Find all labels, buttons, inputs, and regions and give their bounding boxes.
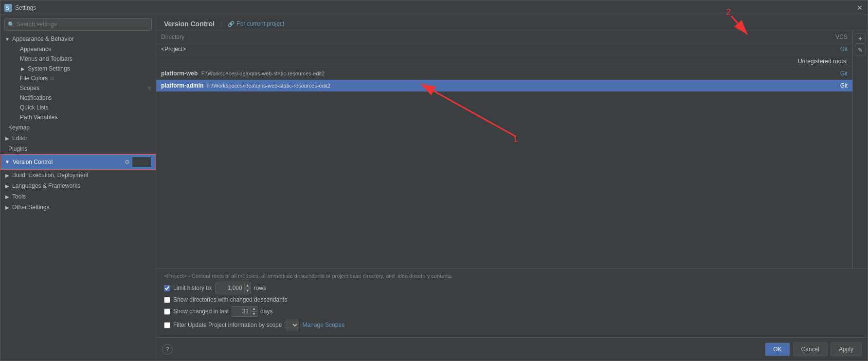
platform-web-directory-cell: platform-web F:\Workspaces\idea\qms-web-… xyxy=(156,68,777,80)
limit-history-row: Limit history to: 1,000 ▲ ▼ rows xyxy=(164,283,860,293)
gear-icon[interactable]: ⚙ xyxy=(125,159,130,165)
arrow-right-icon: ▶ xyxy=(20,66,26,72)
manage-scopes-link[interactable]: Manage Scopes xyxy=(302,322,344,328)
table-row-project[interactable]: <Project> Git xyxy=(156,43,852,55)
vcs-table: Directory VCS xyxy=(156,31,852,92)
project-info-text: <Project> - Content roots of all modules… xyxy=(164,273,860,279)
main-content: Version Control | 🔗 For current project xyxy=(156,15,868,361)
content-area: 🔍 ▼ Appearance & Behavior Appearance Men… xyxy=(0,15,868,361)
spinner-up-button[interactable]: ▲ xyxy=(244,283,251,288)
app-icon: S xyxy=(4,4,12,12)
sidebar-appearance-children: Appearance Menus and Toolbars ▶ System S… xyxy=(0,44,156,122)
show-directories-label[interactable]: Show directories with changed descendant… xyxy=(173,296,287,303)
sidebar-group-build[interactable]: ▶ Build, Execution, Deployment xyxy=(0,170,156,180)
scopes-shortcut: ⌘ xyxy=(147,86,152,91)
project-directory-cell: <Project> xyxy=(156,43,777,55)
project-vcs-cell: Git xyxy=(777,43,852,55)
sidebar-item-system-settings[interactable]: ▶ System Settings xyxy=(6,64,156,73)
rows-label: rows xyxy=(254,285,266,291)
search-input[interactable] xyxy=(17,21,148,28)
arrow-right-icon-lang: ▶ xyxy=(4,183,10,189)
sidebar-item-quick-lists[interactable]: Quick Lists xyxy=(6,103,156,112)
link-icon: 🔗 xyxy=(228,21,235,27)
days-spinner: 31 ▲ ▼ xyxy=(232,306,257,317)
column-vcs: VCS xyxy=(777,31,852,43)
spinner-buttons: ▲ ▼ xyxy=(244,283,251,293)
sidebar-item-menus-toolbars[interactable]: Menus and Toolbars xyxy=(6,54,156,64)
ok-button[interactable]: OK xyxy=(765,343,790,356)
limit-history-checkbox[interactable] xyxy=(164,285,170,291)
tab-separator: | xyxy=(220,20,222,27)
arrow-right-icon-editor: ▶ xyxy=(4,135,10,141)
sidebar-item-keymap[interactable]: Keymap xyxy=(0,122,156,133)
arrow-down-icon: ▼ xyxy=(4,36,10,42)
arrow-right-icon-build: ▶ xyxy=(4,172,10,178)
spinner-down-button[interactable]: ▼ xyxy=(244,288,251,293)
history-rows-spinner: 1,000 ▲ ▼ xyxy=(216,283,251,293)
days-spinner-down[interactable]: ▼ xyxy=(251,311,257,317)
sidebar-item-scopes[interactable]: Scopes ⌘ xyxy=(6,83,156,93)
table-row-platform-admin[interactable]: platform-admin F:\Workspaces\idea\qms-we… xyxy=(156,80,852,92)
window-title: Settings xyxy=(15,4,856,11)
show-changed-label[interactable]: Show changed in last xyxy=(173,308,229,315)
footer-left: ? xyxy=(162,344,173,355)
sidebar-item-version-control[interactable]: ▼ Version Control ⚙ xyxy=(0,154,156,170)
cancel-button[interactable]: Cancel xyxy=(793,343,828,356)
sidebar-item-file-colors[interactable]: File Colors ⌘ xyxy=(6,73,156,83)
limit-history-label[interactable]: Limit history to: xyxy=(173,285,213,291)
arrow-right-icon-tools: ▶ xyxy=(4,194,10,199)
days-input[interactable]: 31 xyxy=(232,306,251,317)
title-bar: S Settings ✕ xyxy=(0,0,868,15)
sidebar-group-tools[interactable]: ▶ Tools xyxy=(0,191,156,202)
days-spinner-up[interactable]: ▲ xyxy=(251,306,257,311)
sidebar-group-other-settings[interactable]: ▶ Other Settings xyxy=(0,202,156,213)
days-label: days xyxy=(260,308,272,315)
rename-input-box[interactable] xyxy=(132,157,151,167)
show-changed-row: Show changed in last 31 ▲ ▼ days xyxy=(164,306,860,317)
table-wrap: Directory VCS xyxy=(156,31,852,269)
sidebar-group-appearance-behavior[interactable]: ▼ Appearance & Behavior xyxy=(0,34,156,44)
table-row-unregistered-label: Unregistered roots: xyxy=(156,55,852,68)
filter-update-label[interactable]: Filter Update Project information by sco… xyxy=(173,322,282,328)
footer-right: OK Cancel Apply xyxy=(765,343,862,356)
panel-body: Directory VCS xyxy=(156,31,868,337)
settings-window: S Settings ✕ 🔍 ▼ Appearance & Behavior A… xyxy=(0,0,868,361)
scope-dropdown[interactable] xyxy=(285,320,299,330)
unregistered-roots-label: Unregistered roots: xyxy=(156,55,852,68)
column-directory: Directory xyxy=(156,31,777,43)
for-current-project-link[interactable]: 🔗 For current project xyxy=(228,20,284,27)
panel-title: Version Control xyxy=(164,20,215,28)
show-directories-checkbox[interactable] xyxy=(164,297,170,303)
arrow-down-icon-vc: ▼ xyxy=(5,159,11,165)
apply-button[interactable]: Apply xyxy=(831,343,862,356)
sidebar-item-notifications[interactable]: Notifications xyxy=(6,93,156,103)
svg-text:S: S xyxy=(6,5,9,11)
history-rows-input[interactable]: 1,000 xyxy=(216,283,245,293)
arrow-right-icon-other: ▶ xyxy=(4,204,10,210)
file-colors-shortcut: ⌘ xyxy=(50,76,54,81)
filter-update-row: Filter Update Project information by sco… xyxy=(164,320,860,330)
help-button[interactable]: ? xyxy=(162,344,173,355)
table-area: Directory VCS xyxy=(156,31,868,269)
close-button[interactable]: ✕ xyxy=(856,4,864,12)
sidebar-group-languages[interactable]: ▶ Languages & Frameworks xyxy=(0,180,156,191)
sidebar: 🔍 ▼ Appearance & Behavior Appearance Men… xyxy=(0,15,156,361)
sidebar-item-appearance[interactable]: Appearance xyxy=(6,44,156,54)
panel-header: Version Control | 🔗 For current project xyxy=(156,15,868,31)
table-row-platform-web[interactable]: platform-web F:\Workspaces\idea\qms-web-… xyxy=(156,68,852,80)
sidebar-item-plugins[interactable]: Plugins xyxy=(0,144,156,154)
search-icon: 🔍 xyxy=(8,21,15,28)
filter-update-checkbox[interactable] xyxy=(164,322,170,328)
show-changed-checkbox[interactable] xyxy=(164,308,170,315)
footer: ? OK Cancel Apply xyxy=(156,337,868,361)
days-spinner-buttons: ▲ ▼ xyxy=(251,306,257,317)
show-directories-row: Show directories with changed descendant… xyxy=(164,296,860,303)
add-vcs-button[interactable]: + xyxy=(855,33,866,44)
sidebar-item-path-variables[interactable]: Path Variables xyxy=(6,112,156,122)
sidebar-group-editor[interactable]: ▶ Editor xyxy=(0,133,156,144)
bottom-section: <Project> - Content roots of all modules… xyxy=(156,269,868,337)
search-box[interactable]: 🔍 xyxy=(4,18,152,31)
edit-vcs-button[interactable]: ✎ xyxy=(855,45,866,55)
platform-web-vcs-cell: Git xyxy=(777,68,852,80)
sidebar-group-label: Appearance & Behavior xyxy=(12,36,74,42)
